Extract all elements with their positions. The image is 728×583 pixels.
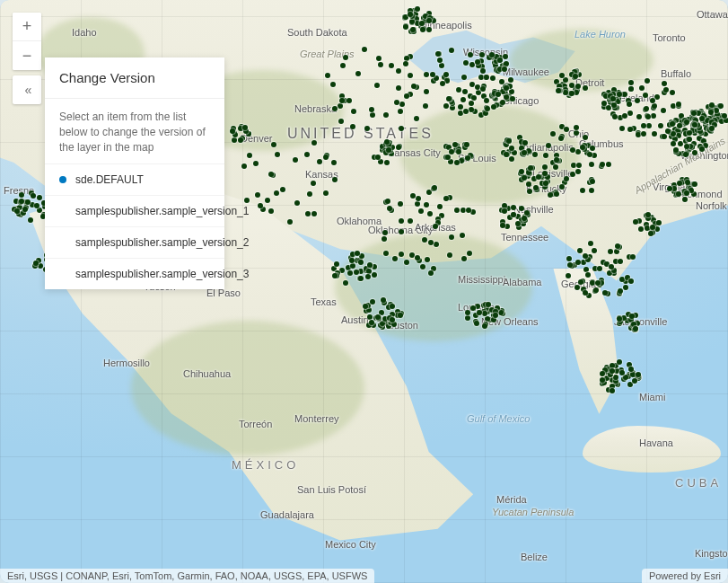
data-point[interactable] — [699, 146, 705, 152]
data-point[interactable] — [469, 82, 475, 87]
data-point[interactable] — [575, 169, 581, 174]
data-point[interactable] — [304, 152, 310, 157]
data-point[interactable] — [590, 146, 595, 151]
data-point[interactable] — [573, 74, 578, 79]
data-point[interactable] — [444, 78, 450, 84]
data-point[interactable] — [612, 114, 618, 119]
data-point[interactable] — [583, 85, 588, 91]
data-point[interactable] — [491, 317, 496, 322]
data-point[interactable] — [425, 257, 430, 262]
data-point[interactable] — [362, 47, 367, 52]
data-point[interactable] — [443, 103, 449, 109]
data-point[interactable] — [463, 60, 469, 66]
data-point[interactable] — [528, 165, 533, 171]
data-point[interactable] — [403, 61, 408, 66]
data-point[interactable] — [714, 108, 719, 113]
data-point[interactable] — [424, 72, 429, 77]
data-point[interactable] — [485, 106, 490, 111]
data-point[interactable] — [593, 287, 599, 293]
data-point[interactable] — [592, 248, 597, 253]
data-point[interactable] — [332, 106, 338, 111]
data-point[interactable] — [408, 12, 413, 17]
data-point[interactable] — [575, 285, 580, 290]
data-point[interactable] — [486, 302, 491, 307]
data-point[interactable] — [399, 126, 404, 131]
data-point[interactable] — [422, 237, 427, 243]
data-point[interactable] — [464, 142, 469, 147]
data-point[interactable] — [499, 79, 504, 84]
data-point[interactable] — [460, 233, 465, 238]
data-point[interactable] — [491, 104, 496, 110]
data-point[interactable] — [503, 54, 508, 59]
data-point[interactable] — [244, 198, 250, 203]
data-point[interactable] — [305, 211, 311, 216]
data-point[interactable] — [490, 75, 496, 81]
data-point[interactable] — [403, 24, 408, 30]
data-point[interactable] — [635, 98, 640, 103]
data-point[interactable] — [578, 279, 583, 285]
data-point[interactable] — [670, 121, 675, 127]
data-point[interactable] — [692, 181, 697, 187]
data-point[interactable] — [238, 137, 243, 143]
data-point[interactable] — [415, 201, 420, 207]
data-point[interactable] — [399, 252, 404, 257]
data-point[interactable] — [469, 107, 474, 112]
data-point[interactable] — [274, 190, 279, 196]
data-point[interactable] — [467, 251, 472, 256]
data-point[interactable] — [600, 371, 605, 376]
version-item-1[interactable]: samplespublisher.sample_version_1 — [45, 196, 224, 227]
data-point[interactable] — [379, 310, 384, 315]
data-point[interactable] — [652, 103, 657, 109]
data-point[interactable] — [542, 164, 548, 170]
data-point[interactable] — [648, 231, 653, 236]
data-point[interactable] — [294, 200, 300, 206]
data-point[interactable] — [622, 113, 627, 119]
data-point[interactable] — [350, 263, 355, 269]
data-point[interactable] — [383, 112, 389, 118]
data-point[interactable] — [428, 270, 434, 276]
data-point[interactable] — [323, 190, 329, 196]
data-point[interactable] — [533, 185, 539, 190]
data-point[interactable] — [382, 236, 387, 242]
data-point[interactable] — [563, 77, 568, 83]
data-point[interactable] — [469, 62, 475, 67]
data-point[interactable] — [331, 160, 337, 165]
data-point[interactable] — [580, 188, 585, 193]
data-point[interactable] — [346, 98, 352, 103]
data-point[interactable] — [340, 63, 346, 68]
data-point[interactable] — [692, 150, 697, 155]
data-point[interactable] — [571, 163, 576, 168]
data-point[interactable] — [275, 152, 280, 157]
data-point[interactable] — [454, 208, 460, 213]
data-point[interactable] — [662, 81, 667, 86]
data-point[interactable] — [449, 234, 454, 240]
data-point[interactable] — [364, 126, 370, 131]
data-point[interactable] — [334, 261, 339, 267]
data-point[interactable] — [354, 269, 359, 275]
data-point[interactable] — [590, 179, 595, 184]
data-point[interactable] — [477, 310, 482, 315]
data-point[interactable] — [558, 136, 564, 141]
data-point[interactable] — [497, 57, 503, 63]
data-point[interactable] — [440, 81, 445, 86]
data-point[interactable] — [645, 78, 650, 84]
data-point[interactable] — [608, 249, 613, 254]
data-point[interactable] — [583, 267, 589, 272]
data-point[interactable] — [420, 27, 425, 32]
data-point[interactable] — [460, 97, 466, 102]
attribution-powered-by[interactable]: Powered by Esri — [642, 569, 728, 583]
data-point[interactable] — [553, 164, 558, 170]
data-point[interactable] — [447, 252, 452, 258]
data-point[interactable] — [676, 102, 681, 107]
data-point[interactable] — [253, 161, 259, 166]
data-point[interactable] — [416, 196, 421, 201]
data-point[interactable] — [396, 145, 401, 150]
data-point[interactable] — [590, 280, 595, 286]
data-point[interactable] — [498, 310, 504, 315]
data-point[interactable] — [504, 61, 509, 66]
data-point[interactable] — [471, 95, 477, 101]
data-point[interactable] — [365, 274, 371, 279]
data-point[interactable] — [687, 137, 692, 142]
data-point[interactable] — [258, 203, 263, 208]
data-point[interactable] — [271, 142, 276, 147]
